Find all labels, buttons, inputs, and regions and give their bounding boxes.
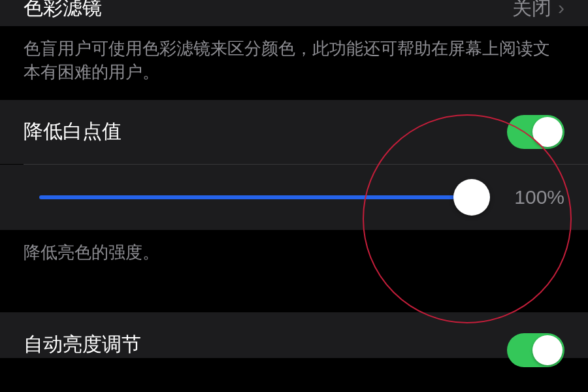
white-point-slider[interactable]: [39, 195, 490, 199]
auto-brightness-toggle[interactable]: [507, 333, 564, 367]
color-filter-label: 色彩滤镜: [24, 0, 512, 16]
color-filter-row[interactable]: 色彩滤镜 关闭 ›: [0, 0, 588, 26]
auto-brightness-row: 自动亮度调节: [0, 312, 588, 358]
reduce-white-point-row: 降低白点值: [0, 100, 588, 164]
reduce-white-point-toggle[interactable]: [507, 115, 564, 149]
white-point-description: 降低亮色的强度。: [0, 230, 588, 280]
section-gap: [0, 280, 588, 312]
color-filter-value: 关闭: [512, 0, 551, 16]
toggle-knob: [532, 335, 563, 365]
white-point-slider-row: 100%: [0, 165, 588, 230]
white-point-slider-value: 100%: [506, 186, 564, 208]
reduce-white-point-label: 降低白点值: [24, 118, 507, 145]
auto-brightness-label: 自动亮度调节: [24, 331, 507, 358]
slider-thumb[interactable]: [453, 179, 490, 216]
chevron-right-icon: ›: [558, 0, 564, 16]
toggle-knob: [532, 117, 563, 147]
color-filter-description: 色盲用户可使用色彩滤镜来区分颜色，此功能还可帮助在屏幕上阅读文本有困难的用户。: [0, 26, 588, 100]
